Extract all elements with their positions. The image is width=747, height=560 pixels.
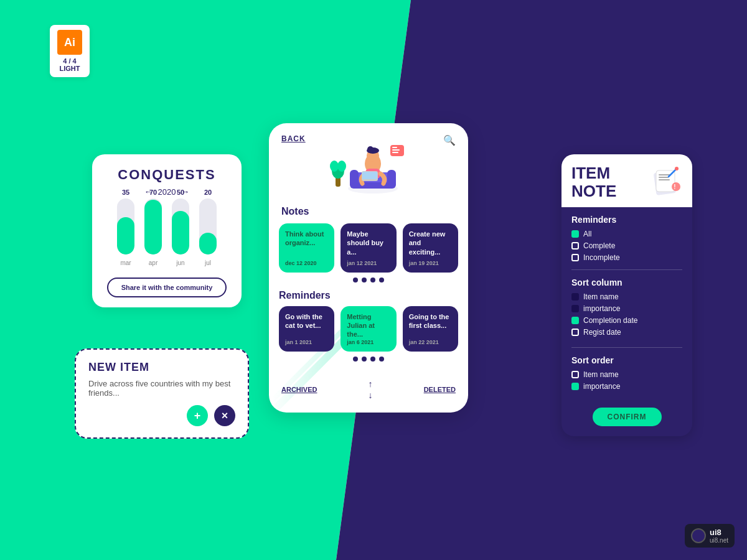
radio-label-complete: Complete: [583, 241, 615, 250]
reminder-card-1[interactable]: Metting Julian at the... jan 6 2021: [341, 306, 396, 352]
bar-inner-jun: [172, 211, 189, 254]
up-arrow-icon: ↑: [369, 379, 373, 389]
sort-col-item-name[interactable]: Item name: [571, 292, 682, 301]
reminders-radio-group: All Complete Incomplete: [571, 230, 682, 262]
reminder-text-1: Metting Julian at the...: [347, 312, 390, 339]
notes-grid: Think about organiz... dec 12 2020 Maybe…: [269, 223, 468, 273]
svg-rect-19: [392, 152, 398, 153]
new-item-title: NEW ITEM: [88, 361, 235, 374]
sort-col-completion[interactable]: Completion date: [571, 316, 682, 325]
note-card-text-0: Think about organiz...: [285, 230, 328, 248]
reminder-card-0[interactable]: Go with the cat to vet... jan 1 2021: [279, 306, 334, 352]
bar-jun: 50 jun: [172, 189, 189, 266]
new-item-description: Drive across five countries with my best…: [88, 379, 235, 398]
rdot-2[interactable]: [362, 357, 367, 362]
note-card-text-2: Create new and exciting...: [409, 230, 452, 256]
bar-outer-jul: [199, 198, 217, 254]
down-arrow-icon: ↓: [369, 390, 373, 400]
cb-dot-importance: [571, 305, 579, 312]
radio-complete[interactable]: Complete: [571, 241, 682, 250]
dot-4[interactable]: [379, 278, 384, 282]
bar-inner-jul: [199, 233, 217, 254]
so-label-importance: importance: [583, 382, 620, 391]
reminders-section-title: Reminders: [269, 290, 468, 301]
ai-theme-label: LIGHT: [57, 65, 82, 72]
watermark-site: ui8.net: [710, 537, 728, 544]
rdot-3[interactable]: [370, 357, 375, 362]
bar-outer-mar: [117, 198, 134, 254]
note-card-date-2: jan 19 2021: [409, 260, 452, 266]
deleted-link[interactable]: DELETED: [424, 386, 456, 393]
watermark-brand: ui8: [710, 528, 728, 537]
svg-rect-24: [659, 179, 670, 180]
so-dot-importance: [571, 383, 579, 390]
reminder-date-1: jan 6 2021: [347, 339, 390, 345]
svg-rect-17: [392, 147, 397, 148]
back-button[interactable]: BACK: [281, 134, 306, 143]
watermark: ui8 ui8.net: [685, 524, 735, 548]
cb-label-importance: importance: [583, 304, 620, 313]
conquests-title: CONQUESTS: [107, 167, 227, 183]
reminders-filter-title: Reminders: [571, 215, 682, 225]
radio-label-all: All: [583, 230, 591, 238]
item-note-header: ITEMNOTE !: [561, 154, 692, 207]
reminders-grid: Go with the cat to vet... jan 1 2021 Met…: [269, 306, 468, 352]
sort-order-importance[interactable]: importance: [571, 382, 682, 391]
ai-version-label: 4 / 4: [57, 57, 82, 65]
sort-column-title: Sort column: [571, 278, 682, 287]
radio-incomplete[interactable]: Incomplete: [571, 253, 682, 262]
note-card-1[interactable]: Maybe should buy a... jan 12 2021: [341, 223, 396, 273]
dot-3[interactable]: [370, 278, 375, 282]
rdot-1[interactable]: [353, 357, 358, 362]
scroll-arrows[interactable]: ↑ ↓: [369, 379, 373, 400]
radio-label-incomplete: Incomplete: [583, 253, 620, 262]
note-card-0[interactable]: Think about organiz... dec 12 2020: [279, 223, 334, 273]
phone-card: BACK 🔍: [269, 123, 468, 413]
share-button[interactable]: Share it with the community: [107, 278, 227, 297]
archived-link[interactable]: ARCHIVED: [281, 386, 317, 393]
rdot-4[interactable]: [379, 357, 384, 362]
notes-dots: [269, 278, 468, 282]
bar-outer-apr: [144, 198, 162, 254]
bar-chart: 35 mar 70 apr 50 jun 20 jul: [107, 204, 227, 266]
sort-col-importance[interactable]: importance: [571, 304, 682, 313]
svg-rect-23: [659, 177, 669, 178]
bar-mar: 35 mar: [117, 189, 134, 266]
cb-label-item-name: Item name: [583, 292, 619, 301]
item-note-panel: ITEMNOTE ! Reminders All: [561, 154, 692, 436]
sort-col-regist[interactable]: Regist date: [571, 328, 682, 337]
note-card-2[interactable]: Create new and exciting... jan 19 2021: [403, 223, 458, 273]
sort-column-section: Sort column Item name importance Complet…: [561, 270, 692, 347]
bar-apr: 70 apr: [144, 189, 162, 266]
cb-dot-completion: [571, 317, 579, 324]
reminders-dots: [269, 357, 468, 362]
sort-order-item-name[interactable]: Item name: [571, 370, 682, 379]
cb-label-completion: Completion date: [583, 316, 637, 325]
reminder-text-2: Going to the first class...: [409, 312, 452, 330]
radio-all[interactable]: All: [571, 230, 682, 238]
dot-1[interactable]: [353, 278, 358, 282]
note-card-date-0: dec 12 2020: [285, 260, 328, 266]
svg-point-15: [337, 161, 346, 172]
item-note-title: ITEMNOTE: [571, 164, 616, 200]
dot-2[interactable]: [362, 278, 367, 282]
cancel-item-button[interactable]: ×: [214, 405, 235, 426]
note-clipboard-icon: !: [650, 164, 682, 201]
hero-svg: [328, 140, 409, 196]
confirm-button[interactable]: CONFIRM: [593, 408, 662, 426]
ai-badge: Ai 4 / 4 LIGHT: [50, 25, 90, 77]
new-item-card: NEW ITEM Drive across five countries wit…: [75, 348, 249, 439]
new-item-actions: + ×: [88, 405, 235, 426]
svg-point-9: [367, 146, 374, 152]
svg-text:!: !: [674, 184, 675, 190]
svg-point-26: [675, 167, 679, 170]
reminder-text-0: Go with the cat to vet...: [285, 312, 328, 330]
radio-dot-complete: [571, 242, 579, 250]
search-icon[interactable]: 🔍: [443, 134, 456, 146]
sort-order-section: Sort order Item name importance: [561, 348, 692, 401]
reminder-date-2: jan 22 2021: [409, 339, 452, 345]
add-item-button[interactable]: +: [187, 405, 208, 426]
reminder-card-2[interactable]: Going to the first class... jan 22 2021: [403, 306, 458, 352]
note-card-date-1: jan 12 2021: [347, 260, 390, 266]
svg-point-14: [330, 161, 339, 172]
